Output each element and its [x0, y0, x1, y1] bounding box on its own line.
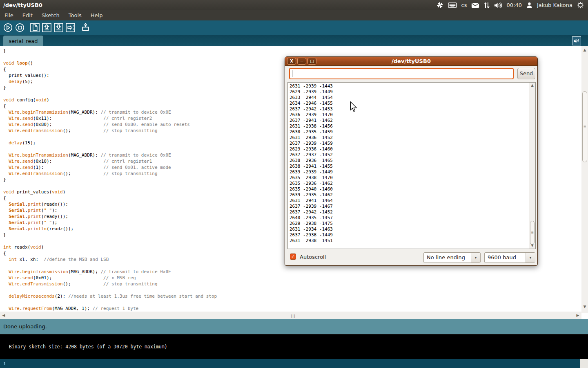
text-caret	[292, 70, 292, 77]
splitter-grip[interactable]: |||	[291, 314, 296, 318]
menu-tools[interactable]: Tools	[64, 11, 86, 20]
code-line: delayMicroseconds(2); //needs at least 1…	[3, 293, 581, 299]
line-ending-value: No line ending	[424, 253, 471, 263]
code-line	[3, 287, 581, 293]
menu-file[interactable]: File	[0, 11, 18, 20]
upload-button[interactable]	[65, 23, 75, 33]
menu-edit[interactable]: Edit	[18, 11, 37, 20]
session-gear-icon[interactable]	[577, 2, 584, 9]
send-button[interactable]: Send	[517, 68, 535, 79]
line-ending-dropdown[interactable]: No line ending ▾	[423, 252, 481, 263]
mouse-cursor	[350, 101, 358, 114]
new-sketch-button[interactable]	[30, 23, 40, 33]
build-console: Binary sketch size: 4208 bytes (of a 307…	[0, 334, 588, 359]
editor-vertical-scrollbar[interactable]: ▲ == ▼	[581, 46, 588, 313]
code-line: Wire.beginTransmission(MAG_ADDR); // tra…	[3, 269, 581, 275]
serial-send-input[interactable]	[289, 68, 514, 79]
tab-label: serial_read	[9, 38, 38, 44]
chevron-down-icon[interactable]: ▾	[526, 253, 535, 263]
code-line: Wire.send(0x01); // x MSB reg	[3, 275, 581, 281]
keyboard-icon[interactable]	[448, 2, 457, 8]
autoscroll-checkbox[interactable]: ✓	[290, 254, 296, 260]
save-button[interactable]	[53, 23, 63, 33]
scroll-right-icon[interactable]: ▶	[575, 312, 581, 319]
baud-rate-value: 9600 baud	[485, 253, 526, 263]
scroll-up-icon[interactable]: ▲	[529, 83, 535, 88]
code-line: }	[3, 48, 581, 54]
menu-help[interactable]: Help	[86, 11, 107, 20]
mail-icon[interactable]	[471, 2, 479, 8]
serial-monitor-title: /dev/ttyUSB0	[285, 57, 537, 66]
status-message: Done uploading.	[3, 323, 47, 330]
scrollbar-thumb[interactable]: ==	[582, 91, 587, 162]
system-tray: cs 00:40 Jakub Kako	[437, 2, 588, 9]
code-line	[3, 299, 581, 305]
network-updown-icon[interactable]	[484, 2, 490, 9]
verify-button[interactable]	[3, 23, 13, 33]
scroll-down-icon[interactable]: ▼	[581, 304, 588, 310]
volume-icon[interactable]	[494, 2, 502, 9]
serial-monitor-controls: ✓ Autoscroll No line ending ▾ 9600 baud …	[285, 251, 537, 263]
new-tab-button[interactable]	[572, 36, 581, 45]
code-line: Wire.requestFrom(MAG_ADDR, 1); // reques…	[3, 305, 581, 312]
scroll-left-icon[interactable]: ◀	[1, 312, 7, 319]
clock[interactable]: 00:40	[506, 2, 521, 8]
window-resize-grip[interactable]	[580, 359, 588, 368]
top-panel: /dev/ttyUSB0 cs	[0, 0, 588, 10]
toolbar	[0, 20, 588, 35]
menu-sketch[interactable]: Sketch	[37, 11, 64, 20]
panel-window-title: /dev/ttyUSB0	[0, 2, 42, 8]
chevron-down-icon[interactable]: ▾	[471, 253, 480, 263]
serial-output-area[interactable]: 2631 -2939 -1443 2629 -2939 -1449 2633 -…	[287, 82, 536, 249]
code-line: Wire.endTransmission(); // stop transmit…	[3, 281, 581, 287]
serial-vertical-scrollbar[interactable]: ▲ == ▼	[529, 83, 535, 249]
username[interactable]: Jakub Kakona	[537, 2, 572, 8]
serial-monitor-window: X ─ □ /dev/ttyUSB0 Send 2631 -2939 -1443…	[285, 56, 538, 266]
baud-rate-dropdown[interactable]: 9600 baud ▾	[484, 252, 535, 263]
tab-bar: serial_read	[0, 35, 588, 46]
stop-button[interactable]	[15, 23, 24, 33]
line-number: 1	[3, 361, 6, 366]
status-bar: Done uploading.	[0, 319, 588, 334]
autoscroll-label: Autoscroll	[300, 254, 326, 260]
indicator-pinwheel-icon[interactable]	[437, 2, 443, 9]
line-number-bar: 1	[0, 359, 588, 368]
scroll-up-icon[interactable]: ▲	[581, 47, 588, 53]
user-icon[interactable]	[526, 2, 532, 9]
scrollbar-thumb[interactable]: ==	[530, 221, 535, 245]
open-button[interactable]	[42, 23, 51, 33]
keyboard-layout[interactable]: cs	[461, 2, 467, 8]
serial-monitor-titlebar[interactable]: X ─ □ /dev/ttyUSB0	[285, 57, 537, 66]
console-text: Binary sketch size: 4208 bytes (of a 307…	[9, 344, 167, 350]
tab-serial-read[interactable]: serial_read	[3, 36, 43, 46]
serial-output-text: 2631 -2939 -1443 2629 -2939 -1449 2633 -…	[290, 83, 528, 249]
serial-monitor-button[interactable]	[80, 23, 90, 33]
menubar: File Edit Sketch Tools Help	[0, 10, 588, 20]
scroll-down-icon[interactable]: ▼	[529, 243, 535, 248]
